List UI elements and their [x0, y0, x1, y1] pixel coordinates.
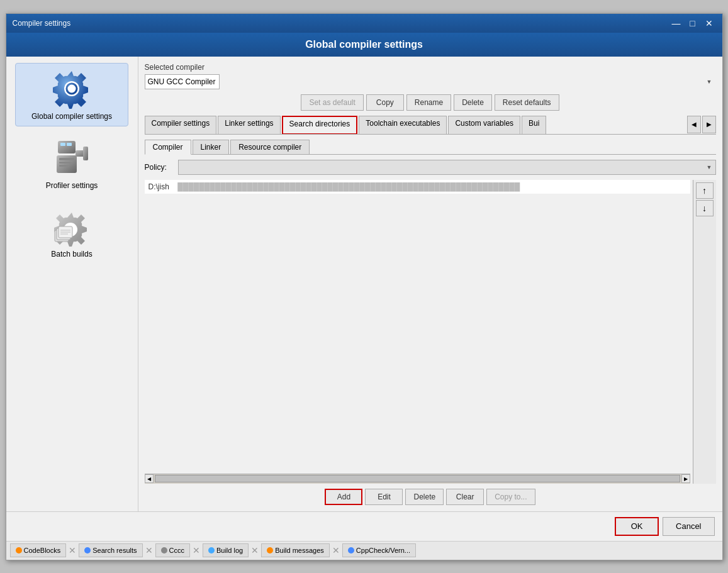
svg-rect-9 — [59, 165, 69, 167]
reset-defaults-button[interactable]: Reset defaults — [495, 94, 559, 111]
taskbar-sep-4: ✕ — [251, 545, 259, 555]
taskbar-label-cppcheck: CppCheck/Vern... — [356, 547, 410, 554]
taskbar-sep-1: ✕ — [69, 545, 76, 555]
taskbar-dot-build-log — [208, 547, 215, 554]
selected-compiler-label: Selected compiler — [145, 63, 716, 72]
sidebar-item-global-compiler-settings[interactable]: Global compiler settings — [15, 63, 128, 126]
directories-list[interactable]: D:\jish ████████████████████████████████… — [145, 180, 690, 474]
horizontal-scrollbar[interactable]: ◀ ▶ — [145, 474, 690, 484]
taskbar-item-build-messages[interactable]: Build messages — [261, 543, 330, 557]
taskbar-item-codeblocks[interactable]: CodeBlocks — [10, 543, 67, 557]
gear-blue-icon — [52, 69, 92, 109]
title-bar: Compiler settings — □ ✕ — [6, 14, 722, 33]
taskbar-item-cppcheck[interactable]: CppCheck/Vern... — [342, 543, 416, 557]
close-button[interactable]: ✕ — [702, 18, 716, 29]
compiler-action-buttons: Set as default Copy Rename Delete Reset … — [145, 94, 716, 111]
svg-rect-3 — [58, 141, 76, 153]
main-tabs-bar: Compiler settings Linker settings Search… — [145, 116, 716, 135]
dialog-header: Global compiler settings — [6, 33, 722, 57]
taskbar-dot-cppcheck — [348, 547, 354, 554]
sidebar-item-label-global-compiler: Global compiler settings — [31, 112, 112, 121]
dialog-body: Global compiler settings — [6, 57, 722, 511]
edit-button[interactable]: Edit — [365, 489, 403, 505]
svg-rect-4 — [60, 143, 65, 146]
directory-action-buttons: Add Edit Delete Clear Copy to... — [145, 489, 716, 505]
dialog-footer: OK Cancel — [6, 511, 722, 541]
policy-label: Policy: — [145, 163, 173, 172]
scroll-left-button[interactable]: ◀ — [145, 474, 154, 483]
copy-button[interactable]: Copy — [366, 94, 404, 111]
tab-bui[interactable]: Bui — [522, 116, 546, 134]
directory-blurred-content: ████████████████████████████████████████… — [177, 182, 520, 191]
taskbar-dot-cccc — [161, 547, 167, 554]
taskbar-item-search-results[interactable]: Search results — [79, 543, 142, 557]
taskbar-dot-build-messages — [267, 547, 273, 554]
vertical-nav-buttons: ↑ ↓ — [693, 180, 716, 484]
scroll-thumb[interactable] — [155, 475, 680, 482]
tab-search-directories[interactable]: Search directories — [282, 116, 358, 135]
compiler-dropdown[interactable]: GNU GCC Compiler — [145, 74, 220, 89]
sub-tabs-bar: Compiler Linker Resource compiler — [145, 140, 716, 155]
clear-button[interactable]: Clear — [446, 489, 484, 505]
taskbar-label-cccc: Cccc — [169, 547, 184, 554]
scroll-right-button[interactable]: ▶ — [681, 474, 690, 483]
minimize-button[interactable]: — — [669, 18, 683, 29]
taskbar-sep-3: ✕ — [193, 545, 200, 555]
cancel-button[interactable]: Cancel — [663, 517, 714, 536]
taskbar-label-build-messages: Build messages — [275, 547, 324, 554]
main-content: Selected compiler GNU GCC Compiler Set a… — [138, 57, 722, 511]
directories-section: D:\jish ████████████████████████████████… — [145, 180, 716, 484]
svg-rect-5 — [67, 143, 72, 146]
copy-to-button[interactable]: Copy to... — [486, 489, 535, 505]
tab-scroll-left-button[interactable]: ◀ — [687, 116, 701, 133]
taskbar-label-build-log: Build log — [216, 547, 243, 554]
taskbar-dot-search — [84, 547, 91, 554]
sub-tab-resource-compiler[interactable]: Resource compiler — [230, 140, 310, 154]
taskbar-item-build-log[interactable]: Build log — [203, 543, 249, 557]
compiler-settings-window: Compiler settings — □ ✕ Global compiler … — [6, 13, 723, 560]
sidebar: Global compiler settings — [6, 57, 138, 511]
svg-rect-7 — [59, 158, 74, 160]
profiler-icon — [52, 138, 92, 178]
sidebar-item-label-batch-builds: Batch builds — [51, 250, 92, 259]
sub-tab-linker[interactable]: Linker — [193, 140, 230, 154]
taskbar-dot-codeblocks — [16, 547, 22, 554]
maximize-button[interactable]: □ — [686, 18, 700, 29]
taskbar-label-search-results: Search results — [92, 547, 137, 554]
rename-button[interactable]: Rename — [406, 94, 451, 111]
directory-entry[interactable]: D:\jish ████████████████████████████████… — [145, 180, 690, 194]
tab-custom-variables[interactable]: Custom variables — [448, 116, 520, 134]
ok-button[interactable]: OK — [615, 517, 659, 536]
compiler-select-row: GNU GCC Compiler — [145, 74, 716, 89]
taskbar-sep-2: ✕ — [145, 545, 153, 555]
tab-linker-settings[interactable]: Linker settings — [218, 116, 280, 134]
sub-tab-compiler[interactable]: Compiler — [145, 140, 191, 155]
svg-rect-11 — [83, 147, 88, 160]
tab-compiler-settings[interactable]: Compiler settings — [145, 116, 217, 134]
taskbar-label-codeblocks: CodeBlocks — [24, 547, 61, 554]
sidebar-item-profiler-settings[interactable]: Profiler settings — [15, 133, 128, 195]
tab-toolchain-executables[interactable]: Toolchain executables — [359, 116, 447, 134]
batch-builds-icon — [52, 206, 92, 247]
svg-rect-8 — [59, 162, 72, 164]
compiler-dropdown-wrapper: GNU GCC Compiler — [145, 74, 716, 89]
delete-button[interactable]: Delete — [454, 94, 492, 111]
set-as-default-button[interactable]: Set as default — [301, 94, 363, 111]
dialog-title: Global compiler settings — [305, 39, 423, 50]
sidebar-item-label-profiler: Profiler settings — [46, 181, 98, 190]
title-bar-buttons: — □ ✕ — [669, 18, 716, 29]
policy-row: Policy: — [145, 160, 716, 175]
delete-dir-button[interactable]: Delete — [405, 489, 444, 505]
directories-panel-inner: D:\jish ████████████████████████████████… — [145, 180, 690, 474]
taskbar-sep-5: ✕ — [332, 545, 340, 555]
window-title: Compiler settings — [13, 19, 71, 28]
taskbar-item-cccc[interactable]: Cccc — [155, 543, 190, 557]
sidebar-item-batch-builds[interactable]: Batch builds — [15, 201, 128, 264]
move-up-button[interactable]: ↑ — [696, 182, 714, 199]
taskbar: CodeBlocks ✕ Search results ✕ Cccc ✕ Bui… — [6, 541, 722, 560]
add-button[interactable]: Add — [325, 489, 362, 505]
policy-select[interactable] — [178, 160, 716, 175]
move-down-button[interactable]: ↓ — [696, 200, 714, 216]
tab-scroll-right-button[interactable]: ▶ — [702, 116, 716, 133]
policy-select-wrapper — [178, 160, 716, 175]
